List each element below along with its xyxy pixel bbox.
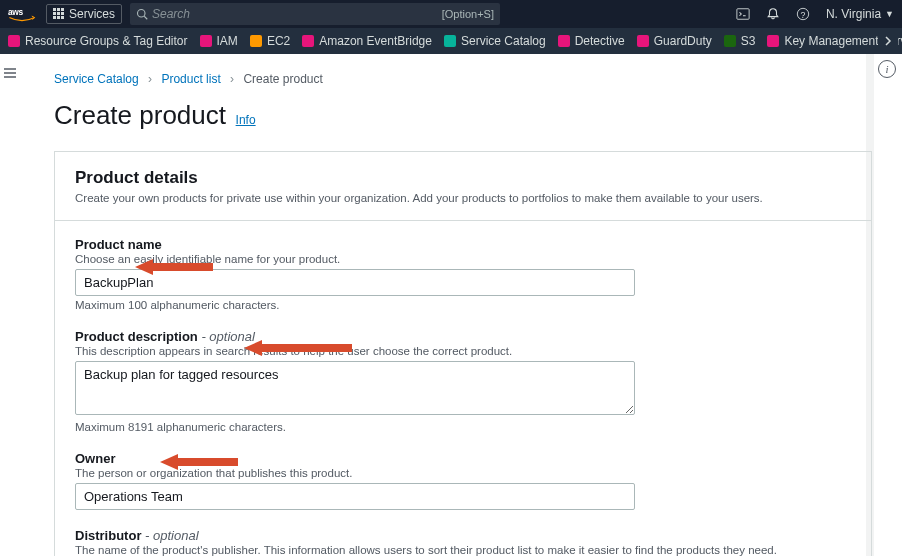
- fav-guardduty[interactable]: GuardDuty: [637, 34, 712, 48]
- svg-text:aws: aws: [8, 7, 23, 17]
- cloudshell-icon[interactable]: [732, 3, 754, 25]
- svg-text:?: ?: [801, 10, 806, 20]
- favorites-bar: Resource Groups & Tag Editor IAM EC2 Ama…: [0, 28, 902, 54]
- global-search[interactable]: [Option+S]: [130, 3, 500, 25]
- fav-detective[interactable]: Detective: [558, 34, 625, 48]
- input-product-description[interactable]: [75, 361, 635, 415]
- constraint-product-name: Maximum 100 alphanumeric characters.: [75, 299, 851, 311]
- svg-point-1: [138, 10, 146, 18]
- field-product-description: Product description - optional This desc…: [75, 329, 851, 433]
- svg-rect-3: [737, 9, 749, 20]
- region-selector[interactable]: N. Virginia ▼: [826, 7, 894, 21]
- page-content: Service Catalog › Product list › Create …: [32, 54, 902, 556]
- crumb-product-list[interactable]: Product list: [161, 72, 220, 86]
- label-distributor: Distributor - optional: [75, 528, 851, 543]
- chevron-right-icon: ›: [148, 72, 152, 86]
- input-owner[interactable]: [75, 483, 635, 510]
- sidebar-toggle[interactable]: [0, 58, 20, 88]
- breadcrumb: Service Catalog › Product list › Create …: [54, 72, 872, 86]
- fav-ec2[interactable]: EC2: [250, 34, 290, 48]
- caret-down-icon: ▼: [885, 9, 894, 19]
- favorites-scroll-right[interactable]: [878, 28, 898, 54]
- fav-s3[interactable]: S3: [724, 34, 756, 48]
- services-menu[interactable]: Services: [46, 4, 122, 24]
- label-product-name: Product name: [75, 237, 851, 252]
- input-product-name[interactable]: [75, 269, 635, 296]
- crumb-current: Create product: [243, 72, 322, 86]
- help-distributor: The name of the product's publisher. Thi…: [75, 544, 851, 556]
- services-label: Services: [69, 7, 115, 21]
- chevron-right-icon: ›: [230, 72, 234, 86]
- field-owner: Owner The person or organization that pu…: [75, 451, 851, 510]
- fav-resource-groups[interactable]: Resource Groups & Tag Editor: [8, 34, 188, 48]
- constraint-product-description: Maximum 8191 alphanumeric characters.: [75, 421, 851, 433]
- crumb-service-catalog[interactable]: Service Catalog: [54, 72, 139, 86]
- card-title: Product details: [75, 168, 851, 188]
- page-title: Create product: [54, 100, 226, 131]
- card-subtitle: Create your own products for private use…: [75, 192, 851, 204]
- field-distributor: Distributor - optional The name of the p…: [75, 528, 851, 556]
- region-label: N. Virginia: [826, 7, 881, 21]
- product-details-card: Product details Create your own products…: [54, 151, 872, 556]
- field-product-name: Product name Choose an easily identifiab…: [75, 237, 851, 311]
- help-icon[interactable]: ?: [792, 3, 814, 25]
- card-header: Product details Create your own products…: [55, 152, 871, 221]
- top-nav: aws Services [Option+S] ? N. Virginia ▼: [0, 0, 902, 28]
- info-link[interactable]: Info: [236, 113, 256, 127]
- fav-service-catalog[interactable]: Service Catalog: [444, 34, 546, 48]
- aws-logo[interactable]: aws: [8, 5, 36, 23]
- grid-icon: [53, 8, 65, 20]
- label-owner: Owner: [75, 451, 851, 466]
- notifications-icon[interactable]: [762, 3, 784, 25]
- fav-eventbridge[interactable]: Amazon EventBridge: [302, 34, 432, 48]
- label-product-description: Product description - optional: [75, 329, 851, 344]
- card-body: Product name Choose an easily identifiab…: [55, 221, 871, 556]
- fav-iam[interactable]: IAM: [200, 34, 238, 48]
- help-owner: The person or organization that publishe…: [75, 467, 851, 479]
- search-input[interactable]: [152, 7, 436, 21]
- svg-line-2: [144, 16, 147, 19]
- help-product-description: This description appears in search resul…: [75, 345, 851, 357]
- search-shortcut: [Option+S]: [442, 8, 494, 20]
- search-icon: [136, 8, 148, 20]
- help-product-name: Choose an easily identifiable name for y…: [75, 253, 851, 265]
